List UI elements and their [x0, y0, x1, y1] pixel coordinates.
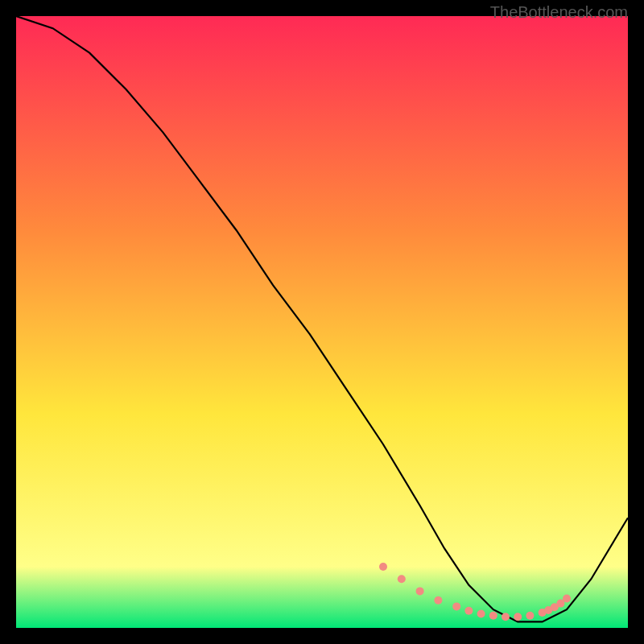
data-marker [477, 610, 485, 618]
gradient-background [16, 16, 628, 628]
data-marker [416, 587, 424, 595]
data-marker [464, 607, 473, 615]
data-marker [502, 613, 510, 621]
data-marker [526, 612, 534, 620]
chart-svg [16, 16, 628, 628]
data-marker [434, 597, 442, 605]
chart-canvas [16, 16, 628, 628]
data-marker [514, 613, 522, 621]
data-marker [379, 563, 387, 571]
data-marker [398, 575, 406, 583]
data-marker [452, 602, 460, 610]
watermark-text: TheBottleneck.com [490, 3, 628, 22]
data-marker [489, 612, 497, 620]
data-marker [563, 595, 571, 603]
